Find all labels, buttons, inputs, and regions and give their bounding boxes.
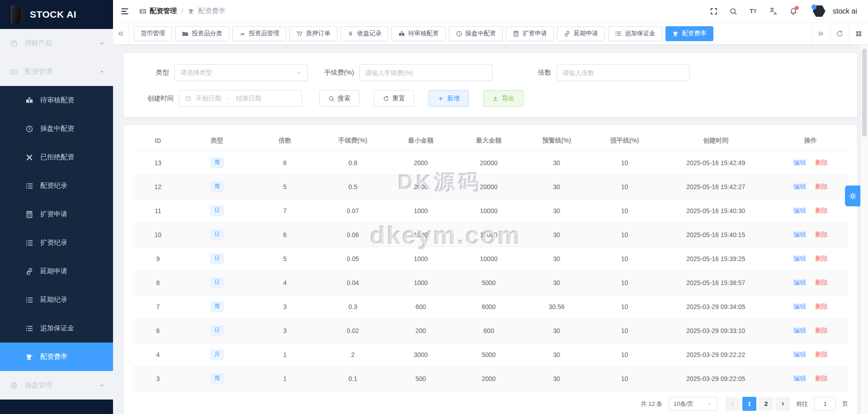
delete-link[interactable]: 删除: [815, 351, 828, 358]
multiple-input[interactable]: [557, 64, 690, 81]
sidebar-item-label: 扩资申请: [40, 210, 67, 219]
scrollbar[interactable]: [860, 45, 868, 414]
sidebar-item-label: 扩资纪录: [40, 238, 67, 247]
scroll-tabs-left-button[interactable]: [113, 23, 129, 44]
tab-6[interactable]: 操盘中配资: [449, 26, 503, 41]
list-icon: [25, 239, 33, 247]
sidebar-item-6[interactable]: 扩资申请: [0, 200, 113, 228]
sidebar-item-label: 已拒绝配资: [40, 153, 74, 162]
delete-link[interactable]: 删除: [815, 375, 828, 382]
sidebar-item-1[interactable]: 配资管理: [0, 57, 113, 86]
svg-text:A: A: [774, 11, 777, 15]
edit-link[interactable]: 编辑: [793, 279, 806, 286]
search-button[interactable]: 搜索: [319, 90, 359, 107]
layout-grid-button[interactable]: [849, 23, 868, 44]
sidebar-item-label: 延期纪录: [40, 295, 67, 304]
fee-input[interactable]: [359, 64, 493, 81]
delete-link[interactable]: 删除: [815, 159, 828, 166]
delete-link[interactable]: 删除: [815, 207, 828, 214]
sidebar-item-9[interactable]: 延期纪录: [0, 286, 113, 314]
tab-1[interactable]: 投资品分类: [175, 26, 229, 41]
tab-0[interactable]: 货币管理: [134, 26, 172, 41]
tab-9[interactable]: 追加保证金: [608, 26, 662, 41]
table-body: 13 周 8 0.8 2000 20000 30 10 2025-05-16 1…: [133, 151, 848, 390]
sidebar-item-5[interactable]: 配资纪录: [0, 171, 113, 200]
cell-multiple: 3: [251, 295, 319, 319]
sidebar-item-7[interactable]: 扩资纪录: [0, 228, 113, 257]
tab-10[interactable]: 配资费率: [665, 26, 713, 41]
delete-link[interactable]: 删除: [815, 327, 828, 334]
cell-id: 6: [133, 319, 183, 343]
notifications-button[interactable]: [789, 7, 797, 15]
s-letter-icon: S: [347, 30, 354, 37]
filter-row-2: 创建时间 开始日期 - 结束日期 搜索 重置: [142, 90, 857, 107]
date-range-input[interactable]: 开始日期 - 结束日期: [179, 90, 302, 107]
edit-link[interactable]: 编辑: [793, 207, 806, 214]
sidebar-item-0[interactable]: 理财产品: [0, 29, 113, 57]
cell-type: 日: [183, 199, 251, 223]
edit-link[interactable]: 编辑: [793, 327, 806, 334]
edit-link[interactable]: 编辑: [793, 255, 806, 262]
edit-link[interactable]: 编辑: [793, 351, 806, 358]
edit-link[interactable]: 编辑: [793, 231, 806, 238]
type-badge: 日: [210, 277, 224, 288]
tab-5[interactable]: 待审核配资: [392, 26, 446, 41]
table-row: 9 日 5 0.05 1000 10000 30 10 2025-05-16 1…: [133, 247, 848, 271]
sidebar-item-label: 操盘中配资: [40, 124, 74, 133]
menu-fold-icon[interactable]: [120, 7, 129, 16]
delete-link[interactable]: 删除: [815, 279, 828, 286]
cell-close: 10: [590, 247, 658, 271]
sidebar-item-12[interactable]: 操盘管理: [0, 371, 113, 400]
table-row: 12 周 5 0.5 2000 20000 30 10 2025-05-16 1…: [133, 175, 848, 199]
tab-8[interactable]: 延期申请: [557, 26, 605, 41]
page-2-button[interactable]: 2: [759, 397, 773, 411]
breadcrumb: 配资管理 / 配资费率: [139, 7, 225, 15]
add-button[interactable]: 新增: [429, 90, 469, 107]
delete-link[interactable]: 删除: [815, 255, 828, 262]
sidebar-item-11[interactable]: 配资费率: [0, 343, 113, 371]
goto-input[interactable]: [814, 397, 836, 411]
edit-link[interactable]: 编辑: [793, 375, 806, 382]
type-select[interactable]: 请选择类型: [175, 64, 308, 81]
font-size-icon[interactable]: TT: [749, 7, 758, 16]
cell-actions: 编辑删除: [773, 247, 848, 271]
edit-link[interactable]: 编辑: [793, 183, 806, 190]
tab-2[interactable]: m 投资品管理: [232, 26, 287, 41]
search-icon[interactable]: [729, 7, 737, 15]
refresh-tab-button[interactable]: [830, 23, 849, 44]
sidebar-item-label: 配资管理: [25, 67, 52, 76]
sidebar-item-10[interactable]: 追加保证金: [0, 314, 113, 343]
next-page-button[interactable]: [776, 397, 790, 411]
export-button[interactable]: 导出: [483, 90, 524, 107]
settings-gear-button[interactable]: [845, 186, 860, 206]
cell-min: 2000: [387, 151, 455, 175]
tab-7[interactable]: 扩资申请: [506, 26, 554, 41]
page-1-button[interactable]: 1: [742, 397, 756, 411]
page-size-select[interactable]: 10条/页: [669, 397, 717, 411]
sidebar-item-4[interactable]: 已拒绝配资: [0, 143, 113, 171]
tab-4[interactable]: S 收益记录: [340, 26, 388, 41]
cell-actions: 编辑删除: [773, 319, 848, 343]
delete-link[interactable]: 删除: [815, 303, 828, 310]
list-icon: [25, 296, 33, 304]
scrollbar-thumb[interactable]: [862, 48, 867, 137]
app-title: STOCK AI: [30, 9, 76, 20]
reset-button[interactable]: 重置: [374, 90, 414, 107]
column-header: 类型: [183, 131, 251, 151]
goto-unit: 页: [842, 400, 848, 408]
sidebar-item-3[interactable]: 操盘中配资: [0, 114, 113, 143]
sidebar-item-8[interactable]: 延期申请: [0, 257, 113, 286]
prev-page-button[interactable]: [726, 397, 740, 411]
download-icon: [492, 95, 499, 102]
fullscreen-icon[interactable]: [710, 7, 718, 15]
tab-3[interactable]: 质押订单: [289, 26, 337, 41]
delete-link[interactable]: 删除: [815, 231, 828, 238]
scroll-tabs-right-button[interactable]: [811, 23, 830, 44]
translate-icon[interactable]: 文A: [769, 7, 778, 16]
avatar[interactable]: [811, 3, 828, 20]
cell-created: 2025-05-16 15:40:30: [659, 199, 773, 223]
sidebar-item-2[interactable]: 待审核配资: [0, 86, 113, 114]
edit-link[interactable]: 编辑: [793, 303, 806, 310]
delete-link[interactable]: 删除: [815, 183, 828, 190]
edit-link[interactable]: 编辑: [793, 159, 806, 166]
